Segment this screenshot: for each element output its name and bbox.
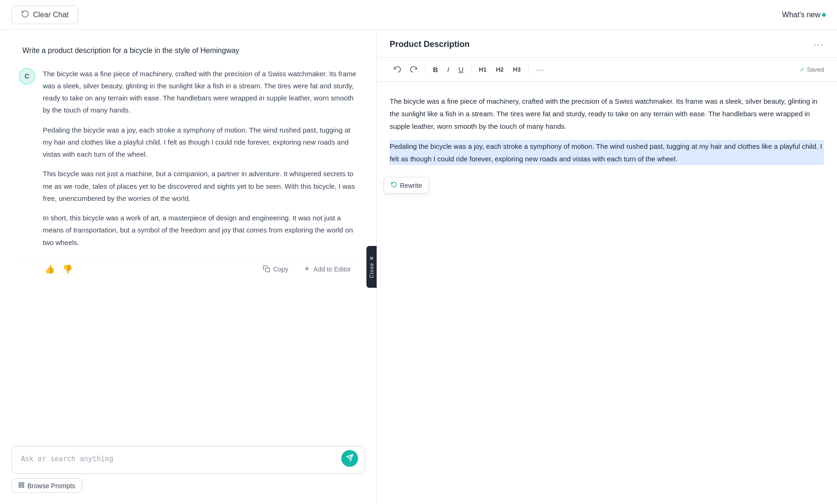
close-tab[interactable]: ✕ Close (366, 246, 377, 288)
h2-button[interactable]: H2 (492, 63, 507, 76)
response-actions: 👍 👎 Copy (19, 256, 358, 280)
editor-panel: Product Description ··· (377, 30, 837, 504)
action-buttons: Copy Add to Editor (256, 262, 358, 277)
send-icon (346, 454, 353, 463)
user-message-text: Write a product description for a bicycl… (19, 45, 358, 57)
toolbar-saved: ✓ Saved (800, 66, 824, 73)
add-to-editor-icon (303, 265, 311, 274)
prompts-icon (18, 482, 25, 490)
chat-input-area: Browse Prompts (0, 438, 376, 504)
h1-icon: H1 (479, 66, 487, 73)
italic-icon: I (447, 66, 449, 73)
ai-response-content: The bicycle was a fine piece of machiner… (43, 68, 358, 249)
clear-chat-label: Clear Chat (33, 11, 68, 19)
toolbar-divider-1 (425, 65, 425, 74)
redo-button[interactable] (406, 62, 421, 77)
svg-rect-4 (22, 485, 24, 487)
toolbar-divider-2 (471, 65, 472, 74)
editor-title: Product Description (390, 40, 470, 49)
send-button[interactable] (341, 450, 358, 467)
toolbar-divider-3 (528, 65, 529, 74)
whats-new-button[interactable]: What's new (782, 11, 826, 19)
editor-toolbar: B I U H1 H2 H3 ··· ✓ Saved (377, 58, 837, 82)
editor-paragraph-2-highlighted: Pedaling the bicycle was a joy, each str… (390, 140, 824, 165)
response-paragraph-2: Pedaling the bicycle was a joy, each str… (43, 124, 358, 161)
underline-icon: U (458, 66, 464, 73)
saved-label: Saved (807, 66, 824, 73)
svg-rect-3 (19, 485, 21, 487)
vote-buttons: 👍 👎 (43, 262, 74, 276)
avatar: C (19, 68, 35, 85)
response-paragraph-4: In short, this bicycle was a work of art… (43, 212, 358, 249)
copy-button[interactable]: Copy (256, 262, 295, 277)
bold-icon: B (433, 66, 438, 73)
chat-panel: Write a product description for a bicycl… (0, 30, 377, 504)
chat-input[interactable] (21, 454, 337, 464)
bold-button[interactable]: B (429, 63, 442, 76)
browse-prompts-button[interactable]: Browse Prompts (11, 478, 82, 493)
add-to-editor-button[interactable]: Add to Editor (297, 262, 358, 277)
chat-messages: Write a product description for a bicycl… (0, 30, 376, 438)
svg-rect-1 (19, 483, 21, 484)
thumbs-up-icon: 👍 (45, 265, 55, 274)
toolbar-more-button[interactable]: ··· (532, 63, 549, 76)
copy-label: Copy (273, 265, 288, 273)
main-content: Write a product description for a bicycl… (0, 30, 837, 504)
h2-icon: H2 (496, 66, 504, 73)
user-message: Write a product description for a bicycl… (19, 45, 358, 57)
check-icon: ✓ (800, 66, 805, 73)
thumbs-down-button[interactable]: 👎 (60, 262, 74, 276)
rewrite-icon (391, 181, 397, 189)
close-tab-label: Close (369, 263, 374, 278)
editor-header: Product Description ··· (377, 30, 837, 58)
response-paragraph-3: This bicycle was not just a machine, but… (43, 168, 358, 205)
topbar: Clear Chat What's new (0, 0, 837, 30)
svg-rect-2 (22, 483, 24, 484)
rewrite-label: Rewrite (400, 182, 422, 189)
editor-more-button[interactable]: ··· (813, 39, 824, 50)
undo-button[interactable] (390, 62, 405, 77)
svg-rect-0 (266, 268, 270, 272)
response-paragraph-1: The bicycle was a fine piece of machiner… (43, 68, 358, 117)
thumbs-down-icon: 👎 (62, 265, 73, 274)
h3-button[interactable]: H3 (509, 63, 525, 76)
whats-new-label: What's new (782, 11, 820, 19)
browse-prompts-label: Browse Prompts (27, 482, 75, 490)
underline-button[interactable]: U (455, 63, 467, 76)
copy-icon (263, 265, 270, 274)
h3-icon: H3 (513, 66, 521, 73)
chat-input-box (11, 446, 365, 474)
add-to-editor-label: Add to Editor (313, 265, 351, 273)
clear-chat-button[interactable]: Clear Chat (11, 6, 78, 24)
refresh-icon (21, 10, 29, 20)
editor-content[interactable]: The bicycle was a fine piece of machiner… (377, 82, 837, 504)
rewrite-tooltip[interactable]: Rewrite (384, 177, 429, 193)
close-icon: ✕ (369, 255, 374, 262)
editor-paragraph-1: The bicycle was a fine piece of machiner… (390, 95, 824, 133)
redo-icon (410, 65, 418, 74)
ai-response: C The bicycle was a fine piece of machin… (19, 68, 358, 249)
notification-dot (822, 13, 826, 17)
h1-button[interactable]: H1 (475, 63, 491, 76)
italic-button[interactable]: I (444, 63, 453, 76)
undo-icon (393, 65, 401, 74)
thumbs-up-button[interactable]: 👍 (43, 262, 57, 276)
